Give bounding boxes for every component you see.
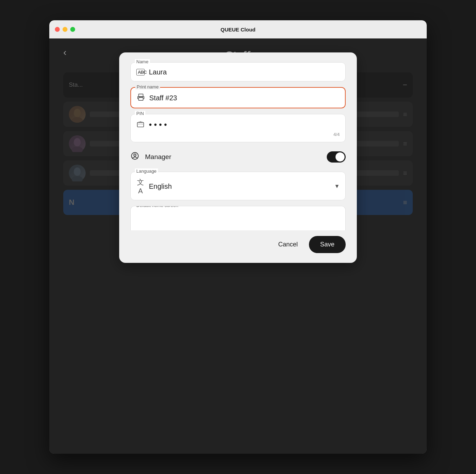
manager-toggle[interactable] — [327, 151, 346, 163]
name-value: Laura — [149, 68, 167, 76]
toggle-knob — [336, 152, 345, 161]
title-bar: QUEUE Cloud — [49, 20, 427, 38]
manager-label: Manager — [145, 153, 321, 161]
print-name-value: Staff #23 — [149, 94, 177, 102]
minimize-button[interactable] — [63, 27, 67, 32]
pin-label: PIN — [135, 111, 145, 116]
svg-rect-7 — [139, 98, 143, 100]
language-label: Language — [135, 168, 158, 174]
macos-window: QUEUE Cloud ‹ Staff Sta... − — [49, 20, 427, 454]
language-field[interactable]: Language 文A English ▼ — [130, 172, 346, 200]
manager-row: Manager — [130, 148, 346, 166]
window-controls — [55, 27, 75, 32]
pin-value: •••• — [149, 120, 169, 130]
modal-footer: Cancel Save — [119, 230, 357, 253]
name-label: Name — [135, 59, 150, 64]
default-home-screen-field[interactable]: Default home screen — [130, 206, 346, 230]
pin-icon — [136, 120, 145, 130]
language-icon: 文A — [136, 178, 145, 195]
pin-field[interactable]: PIN — [130, 114, 346, 142]
svg-point-18 — [134, 154, 136, 157]
abc-icon: ABC — [136, 69, 145, 76]
manager-icon — [130, 151, 139, 163]
maximize-button[interactable] — [70, 27, 75, 32]
close-button[interactable] — [55, 27, 60, 32]
save-button[interactable]: Save — [309, 236, 346, 253]
name-field[interactable]: Name ABC Laura — [130, 62, 346, 81]
cancel-button[interactable]: Cancel — [271, 237, 305, 252]
default-home-screen-label: Default home screen — [135, 206, 180, 208]
modal-overlay: Name ABC Laura Print name — [49, 38, 427, 454]
svg-point-8 — [143, 96, 144, 97]
window-content: ‹ Staff Sta... − ≡ — [49, 38, 427, 454]
svg-rect-9 — [137, 122, 144, 127]
printer-icon — [137, 93, 145, 103]
pin-counter: 4/4 — [136, 132, 340, 137]
window-title: QUEUE Cloud — [221, 27, 255, 33]
chevron-down-icon: ▼ — [334, 183, 340, 189]
print-name-label: Print name — [135, 84, 160, 89]
language-value: English — [149, 182, 330, 191]
print-name-field[interactable]: Print name Staff #23 — [130, 87, 346, 108]
staff-edit-modal: Name ABC Laura Print name — [119, 52, 357, 263]
